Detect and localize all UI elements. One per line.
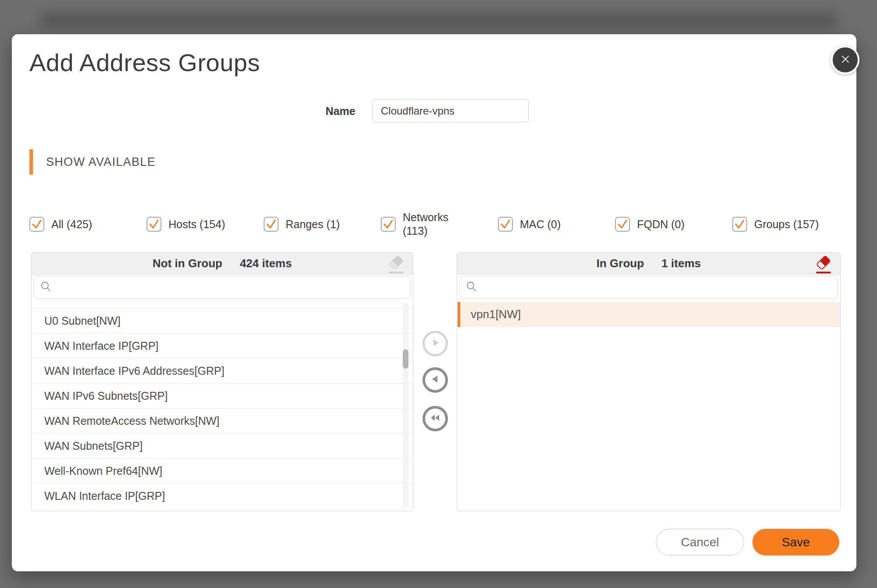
selected-item-accent-bar bbox=[458, 302, 460, 327]
dialog-title: Add Address Groups bbox=[29, 48, 260, 77]
not-in-group-panel: Not in Group 424 items U0 Subnet[NW] WAN… bbox=[31, 252, 413, 511]
checkbox-checked-icon bbox=[615, 217, 630, 232]
not-in-group-list: U0 Subnet[NW] WAN Interface IP[GRP] WAN … bbox=[32, 302, 412, 510]
name-label: Name bbox=[246, 104, 355, 118]
close-button[interactable] bbox=[831, 46, 859, 74]
list-item[interactable]: WLAN Interface IP[GRP] bbox=[32, 483, 412, 508]
filter-checkbox-ranges[interactable]: Ranges (1) bbox=[264, 217, 381, 232]
left-list-scrollbar[interactable] bbox=[403, 303, 408, 508]
checkbox-checked-icon bbox=[147, 217, 161, 232]
filter-label: Ranges (1) bbox=[286, 218, 340, 231]
filter-label: Groups (157) bbox=[754, 218, 819, 231]
filter-label: Networks (113) bbox=[403, 211, 448, 238]
search-icon bbox=[466, 281, 477, 294]
close-icon bbox=[840, 54, 851, 67]
clear-left-list-eraser-icon[interactable] bbox=[387, 254, 406, 274]
filter-label: MAC (0) bbox=[520, 218, 561, 231]
checkbox-checked-icon bbox=[381, 217, 396, 232]
move-all-left-button[interactable] bbox=[422, 406, 448, 431]
list-item[interactable]: U0 Subnet[NW] bbox=[32, 308, 412, 333]
filter-checkbox-fqdn[interactable]: FQDN (0) bbox=[615, 217, 732, 232]
section-accent-bar bbox=[29, 149, 33, 175]
selected-list-item[interactable]: vpn1[NW] bbox=[458, 302, 840, 327]
not-in-group-search-input[interactable] bbox=[56, 276, 404, 298]
filter-checkbox-hosts[interactable]: Hosts (154) bbox=[147, 217, 264, 232]
checkbox-checked-icon bbox=[264, 217, 279, 232]
checkbox-checked-icon bbox=[29, 217, 44, 232]
filter-label: All (425) bbox=[51, 218, 92, 231]
list-item[interactable]: Well-Known Pref64[NW] bbox=[32, 458, 412, 483]
clear-right-list-eraser-icon[interactable] bbox=[815, 254, 833, 274]
in-group-header: In Group 1 items bbox=[457, 253, 840, 275]
in-group-search-input[interactable] bbox=[482, 276, 831, 298]
cancel-button[interactable]: Cancel bbox=[656, 529, 744, 556]
filter-checkbox-mac[interactable]: MAC (0) bbox=[498, 217, 615, 232]
panel-item-count: 1 items bbox=[662, 257, 701, 270]
arrow-right-icon bbox=[430, 337, 441, 350]
double-arrow-left-icon bbox=[429, 412, 441, 425]
name-input[interactable] bbox=[372, 99, 529, 122]
selected-item-label: vpn1[NW] bbox=[471, 308, 521, 321]
checkbox-checked-icon bbox=[732, 217, 747, 232]
list-item[interactable]: WAN Subnets[GRP] bbox=[32, 433, 412, 458]
in-group-searchbar bbox=[459, 276, 838, 299]
not-in-group-header: Not in Group 424 items bbox=[32, 253, 413, 275]
in-group-panel: In Group 1 items vpn1[NW] bbox=[457, 252, 841, 511]
panel-title: In Group bbox=[597, 257, 644, 270]
move-right-button[interactable] bbox=[422, 331, 448, 356]
not-in-group-searchbar bbox=[34, 276, 411, 299]
filter-checkbox-networks[interactable]: Networks (113) bbox=[381, 211, 498, 238]
show-available-section: SHOW AVAILABLE bbox=[29, 149, 156, 175]
background-page-blur bbox=[39, 12, 838, 28]
panel-title: Not in Group bbox=[153, 257, 222, 270]
save-button[interactable]: Save bbox=[752, 529, 839, 556]
list-item[interactable]: WAN Interface IP[GRP] bbox=[32, 333, 412, 358]
filter-checkbox-groups[interactable]: Groups (157) bbox=[732, 217, 849, 232]
filter-row: All (425) Hosts (154) Ranges (1) Network… bbox=[29, 208, 839, 241]
panel-item-count: 424 items bbox=[240, 257, 292, 270]
filter-label: FQDN (0) bbox=[637, 218, 684, 231]
list-item[interactable]: WAN RemoteAccess Networks[NW] bbox=[32, 408, 412, 433]
section-label: SHOW AVAILABLE bbox=[46, 155, 156, 169]
list-item[interactable]: WAN IPv6 Subnets[GRP] bbox=[32, 383, 412, 408]
filter-label: Hosts (154) bbox=[168, 218, 225, 231]
move-left-button[interactable] bbox=[422, 367, 448, 393]
filter-checkbox-all[interactable]: All (425) bbox=[29, 217, 147, 232]
search-icon bbox=[40, 281, 52, 294]
in-group-list: vpn1[NW] bbox=[458, 302, 840, 510]
arrow-left-icon bbox=[430, 373, 441, 387]
list-item[interactable]: WAN Interface IPv6 Addresses[GRP] bbox=[32, 358, 412, 383]
checkbox-checked-icon bbox=[498, 217, 513, 232]
scrollbar-thumb[interactable] bbox=[403, 349, 408, 369]
add-address-groups-dialog: Add Address Groups Name SHOW AVAILABLE A… bbox=[12, 34, 856, 571]
